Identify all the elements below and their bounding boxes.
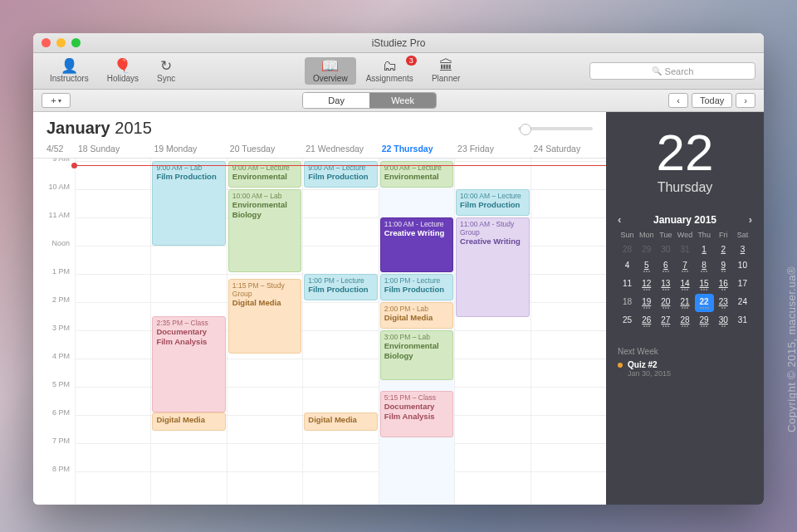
tb-planner[interactable]: 🏛Planner bbox=[423, 57, 468, 85]
mini-day[interactable]: 3 bbox=[733, 242, 752, 257]
week-number: 4/52 bbox=[33, 139, 75, 158]
tb-assignments[interactable]: 🗂Assignments3 bbox=[358, 57, 422, 85]
mini-day[interactable]: 30 bbox=[656, 242, 675, 257]
tb-sync[interactable]: ↻Sync bbox=[149, 57, 183, 85]
event[interactable]: 5:15 PM – ClassDocumentary Film Analysis bbox=[380, 391, 453, 437]
day-header: 24 Saturday bbox=[531, 139, 606, 158]
mini-day[interactable]: 31 bbox=[675, 242, 694, 257]
mini-day[interactable]: 20 bbox=[656, 294, 675, 312]
event[interactable]: 1:15 PM – Study GroupDigital Media bbox=[228, 279, 301, 354]
event[interactable]: 11:00 AM - LectureCreative Writing bbox=[380, 217, 453, 272]
day-header: 23 Friday bbox=[454, 139, 530, 158]
toolbar: 👤Instructors🎈Holidays↻Sync 📖Overview🗂Ass… bbox=[33, 53, 764, 90]
upcoming-header: Next Week bbox=[618, 347, 752, 356]
upcoming: Next Week Quiz #2 Jan 30, 2015 bbox=[618, 347, 752, 378]
day-column[interactable]: 9:00 AM – LectureFilm Production1:00 PM … bbox=[302, 159, 378, 505]
window-title: iStudiez Pro bbox=[33, 37, 764, 49]
tb-instructors[interactable]: 👤Instructors bbox=[42, 57, 97, 85]
day-column[interactable]: 10:00 AM – LectureFilm Production11:00 A… bbox=[454, 159, 530, 505]
mini-prev[interactable]: ‹ bbox=[618, 213, 621, 226]
mini-day[interactable]: 30 bbox=[714, 312, 733, 330]
mini-day[interactable]: 23 bbox=[714, 294, 733, 312]
mini-day[interactable]: 13 bbox=[656, 276, 675, 294]
sidebar: 22 Thursday ‹ January 2015 › SunMonTueWe… bbox=[606, 112, 764, 505]
event[interactable]: 2:35 PM – ClassDocumentary Film Analysis bbox=[152, 316, 225, 412]
next-button[interactable]: › bbox=[736, 93, 755, 108]
mini-day[interactable]: 29 bbox=[637, 242, 656, 257]
zoom-slider[interactable] bbox=[518, 127, 593, 130]
event[interactable]: 9:00 AM – LabFilm Production bbox=[152, 161, 225, 246]
mini-day[interactable]: 2 bbox=[714, 242, 733, 257]
day-header: 21 Wednesday bbox=[302, 139, 378, 158]
mini-day[interactable]: 31 bbox=[733, 312, 752, 330]
mini-day[interactable]: 24 bbox=[733, 294, 752, 312]
time-column: 9 AM10 AM11 AMNoon1 PM2 PM3 PM4 PM5 PM6 … bbox=[33, 159, 75, 505]
mini-day[interactable]: 27 bbox=[656, 312, 675, 330]
mini-day[interactable]: 17 bbox=[733, 276, 752, 294]
event[interactable]: 1:00 PM - LectureFilm Production bbox=[304, 274, 377, 300]
titlebar: iStudiez Pro bbox=[33, 33, 764, 53]
day-column[interactable]: 9:00 AM – LabFilm Production2:35 PM – Cl… bbox=[150, 159, 226, 505]
mini-day[interactable]: 25 bbox=[618, 312, 637, 330]
mini-day[interactable]: 21 bbox=[675, 294, 694, 312]
mini-day[interactable]: 15 bbox=[695, 276, 714, 294]
prev-button[interactable]: ‹ bbox=[668, 93, 688, 108]
mini-day[interactable]: 5 bbox=[637, 257, 656, 276]
mini-day[interactable]: 19 bbox=[637, 294, 656, 312]
event[interactable]: 2:00 PM - LabDigital Media bbox=[380, 302, 453, 329]
mini-day[interactable]: 28 bbox=[675, 312, 694, 330]
mini-title: January 2015 bbox=[653, 214, 716, 226]
mini-day[interactable]: 18 bbox=[618, 294, 637, 312]
add-button[interactable]: +▾ bbox=[42, 93, 71, 108]
subbar: +▾ Day Week ‹ Today › bbox=[33, 90, 764, 112]
mini-day[interactable]: 29 bbox=[695, 312, 714, 330]
event[interactable]: 10:00 AM – LectureFilm Production bbox=[456, 189, 529, 216]
upcoming-item[interactable]: Quiz #2 Jan 30, 2015 bbox=[618, 360, 752, 378]
mini-day[interactable]: 1 bbox=[695, 242, 714, 257]
mini-day[interactable]: 7 bbox=[675, 257, 694, 276]
day-column[interactable] bbox=[75, 159, 150, 505]
mini-calendar: ‹ January 2015 › SunMonTueWedThuFriSat28… bbox=[618, 213, 752, 330]
day-header: 18 Sunday bbox=[75, 139, 150, 158]
calendar: January 2015 4/5218 Sunday19 Monday20 Tu… bbox=[33, 112, 606, 505]
mini-day[interactable]: 22 bbox=[695, 294, 714, 312]
seg-week[interactable]: Week bbox=[369, 93, 436, 108]
event[interactable]: 3:00 PM – LabEnvironmental Biology bbox=[380, 330, 453, 380]
seg-day[interactable]: Day bbox=[303, 93, 369, 108]
mini-day[interactable]: 9 bbox=[714, 257, 733, 276]
mini-day[interactable]: 28 bbox=[618, 242, 637, 257]
day-column[interactable] bbox=[531, 159, 606, 505]
now-indicator bbox=[75, 165, 606, 166]
mini-day[interactable]: 16 bbox=[714, 276, 733, 294]
event[interactable]: 11:00 AM - Study GroupCreative Writing bbox=[456, 217, 529, 317]
event[interactable]: 1:00 PM - LectureFilm Production bbox=[380, 274, 453, 300]
tb-holidays[interactable]: 🎈Holidays bbox=[99, 57, 147, 85]
event[interactable]: Digital Media bbox=[152, 412, 225, 431]
event[interactable]: Digital Media bbox=[304, 412, 377, 431]
sidebar-day: Thursday bbox=[618, 180, 752, 195]
search-input[interactable]: Search bbox=[589, 62, 755, 80]
event[interactable]: 10:00 AM – LabEnvironmental Biology bbox=[228, 189, 301, 272]
mini-day[interactable]: 14 bbox=[675, 276, 694, 294]
sidebar-date: 22 bbox=[618, 127, 752, 178]
mini-day[interactable]: 10 bbox=[733, 257, 752, 276]
calendar-title: January 2015 bbox=[46, 119, 152, 138]
day-column[interactable]: 9:00 AM – LectureEnvironmental10:00 AM –… bbox=[227, 159, 302, 505]
app-window: iStudiez Pro 👤Instructors🎈Holidays↻Sync … bbox=[33, 33, 764, 505]
today-button[interactable]: Today bbox=[692, 93, 732, 108]
view-segment[interactable]: Day Week bbox=[302, 92, 437, 109]
mini-day[interactable]: 12 bbox=[637, 276, 656, 294]
tb-overview[interactable]: 📖Overview bbox=[305, 57, 356, 85]
day-header: 22 Thursday bbox=[379, 139, 454, 158]
mini-day[interactable]: 26 bbox=[637, 312, 656, 330]
day-header: 19 Monday bbox=[150, 139, 226, 158]
mini-next[interactable]: › bbox=[749, 213, 752, 226]
mini-day[interactable]: 11 bbox=[618, 276, 637, 294]
mini-day[interactable]: 8 bbox=[695, 257, 714, 276]
mini-day[interactable]: 4 bbox=[618, 257, 637, 276]
watermark: Copyright © 2015, macuser.ua® bbox=[786, 266, 798, 432]
day-header: 20 Tuesday bbox=[227, 139, 302, 158]
mini-day[interactable]: 6 bbox=[656, 257, 675, 276]
day-column[interactable]: 9:00 AM – LectureEnvironmental11:00 AM -… bbox=[379, 159, 454, 505]
